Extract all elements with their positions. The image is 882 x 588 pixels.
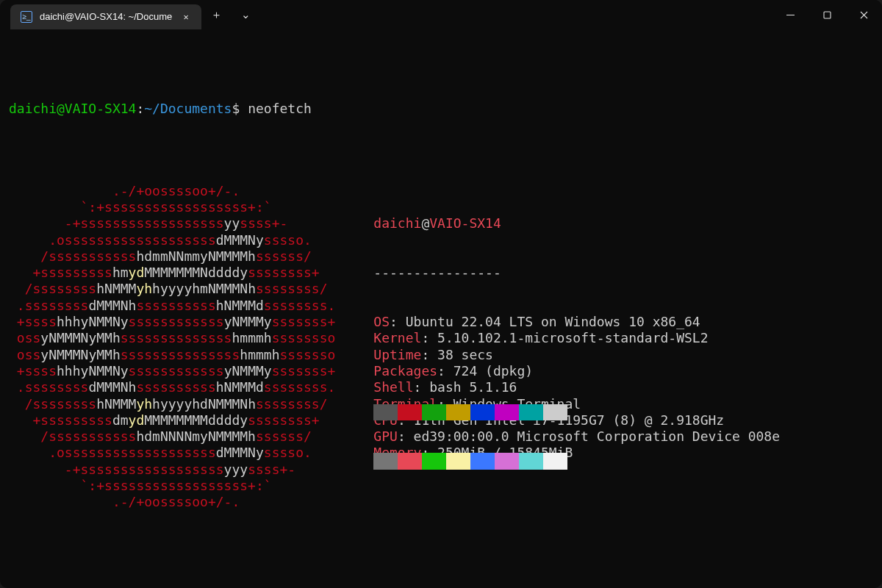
terminal-viewport[interactable]: daichi@VAIO-SX14:~/Documents$ neofetch .… bbox=[0, 29, 882, 588]
titlebar: ≥_ daichi@VAIO-SX14: ~/Docume ✕ ＋ ⌄ bbox=[0, 0, 882, 29]
color-swatch bbox=[543, 453, 567, 469]
color-swatch bbox=[470, 404, 495, 420]
color-swatches bbox=[373, 371, 780, 387]
color-swatch bbox=[422, 453, 446, 469]
color-swatch bbox=[373, 404, 398, 420]
powershell-icon: ≥_ bbox=[21, 11, 32, 23]
color-swatch bbox=[373, 453, 398, 469]
svg-rect-1 bbox=[824, 12, 831, 18]
color-swatch bbox=[422, 404, 446, 420]
neofetch-info-row: OS: Ubuntu 22.04 LTS on Windows 10 x86_6… bbox=[373, 314, 780, 330]
color-swatch bbox=[398, 453, 422, 469]
tab-dropdown-button[interactable]: ⌄ bbox=[231, 0, 260, 29]
neofetch-info-row: Kernel: 5.10.102.1-microsoft-standard-WS… bbox=[373, 330, 780, 346]
titlebar-drag-area[interactable] bbox=[260, 0, 772, 29]
prompt-path: ~/Documents bbox=[144, 101, 232, 117]
color-swatch bbox=[470, 453, 495, 469]
color-swatch bbox=[495, 404, 519, 420]
neofetch-info: daichi@VAIO-SX14 ---------------- OS: Ub… bbox=[373, 183, 780, 511]
neofetch-separator: ---------------- bbox=[373, 265, 780, 281]
color-swatch bbox=[446, 453, 470, 469]
neofetch-logo: .-/+oossssoo+/-. `:+ssssssssssssssssss+:… bbox=[9, 183, 335, 511]
color-swatch bbox=[398, 404, 422, 420]
neofetch-output: .-/+oossssoo+/-. `:+ssssssssssssssssss+:… bbox=[9, 183, 873, 511]
neofetch-info-row: Uptime: 38 secs bbox=[373, 347, 780, 363]
color-swatch bbox=[495, 453, 519, 469]
tab-close-button[interactable]: ✕ bbox=[179, 10, 193, 24]
minimize-button[interactable] bbox=[772, 0, 808, 29]
new-tab-button[interactable]: ＋ bbox=[201, 0, 231, 29]
prompt-user-host: daichi@VAIO-SX14 bbox=[9, 101, 136, 117]
color-swatch bbox=[543, 404, 567, 420]
tab-title: daichi@VAIO-SX14: ~/Docume bbox=[40, 9, 172, 25]
maximize-button[interactable] bbox=[808, 0, 845, 29]
color-swatch bbox=[519, 404, 543, 420]
color-swatch bbox=[519, 453, 543, 469]
color-swatch bbox=[446, 404, 470, 420]
tab-active[interactable]: ≥_ daichi@VAIO-SX14: ~/Docume ✕ bbox=[10, 4, 201, 29]
command-text: neofetch bbox=[248, 101, 312, 117]
terminal-window: ≥_ daichi@VAIO-SX14: ~/Docume ✕ ＋ ⌄ daic… bbox=[0, 0, 882, 588]
prompt-line: daichi@VAIO-SX14:~/Documents$ neofetch bbox=[9, 101, 873, 117]
close-button[interactable] bbox=[845, 0, 882, 29]
neofetch-header: daichi@VAIO-SX14 bbox=[373, 215, 780, 232]
